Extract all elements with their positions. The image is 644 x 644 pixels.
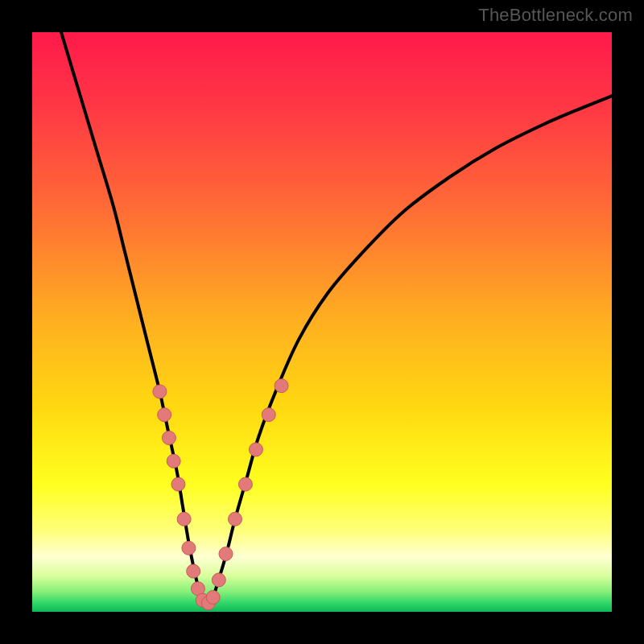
curve-marker <box>262 408 275 422</box>
curve-marker <box>187 564 200 578</box>
curve-marker <box>249 443 262 456</box>
curve-marker <box>206 591 220 605</box>
curve-marker <box>158 408 171 422</box>
curve-layer <box>32 32 612 612</box>
curve-marker <box>153 385 167 398</box>
chart-frame: TheBottleneck.com <box>0 0 644 644</box>
curve-marker <box>177 512 191 526</box>
curve-marker <box>167 454 180 468</box>
curve-marker <box>229 512 242 526</box>
attribution-text: TheBottleneck.com <box>478 5 633 26</box>
bottleneck-curve <box>61 32 612 606</box>
curve-marker <box>238 477 252 491</box>
curve-markers <box>153 379 288 610</box>
curve-marker <box>212 573 225 587</box>
curve-marker <box>162 431 175 445</box>
curve-marker <box>219 547 233 561</box>
plot-area <box>32 32 612 612</box>
curve-marker <box>171 477 185 491</box>
curve-marker <box>275 379 288 393</box>
curve-marker <box>182 541 196 555</box>
